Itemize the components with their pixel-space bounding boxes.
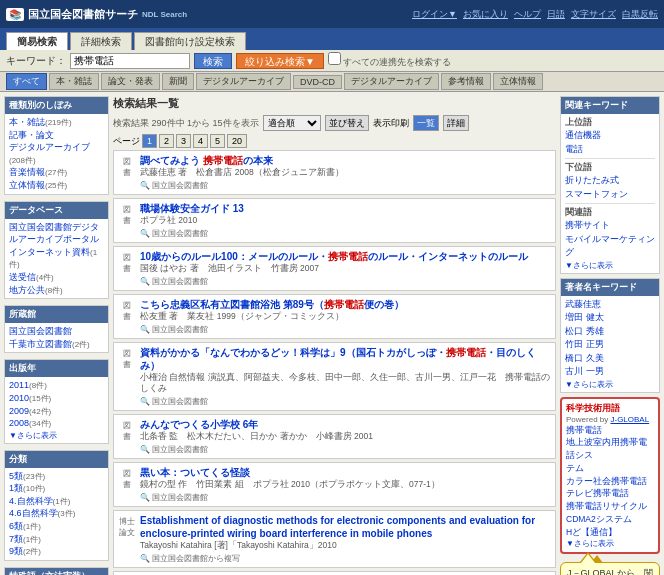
favorites-link[interactable]: お気に入り (463, 8, 508, 21)
related-link-0[interactable]: 携帯サイト (565, 219, 655, 233)
result-item: 図書 資料がかかる「なんでわかるどッ！科学は」9（国石トカがしっぽ・携帯電話・目… (113, 342, 556, 412)
page-5[interactable]: 5 (210, 134, 225, 148)
view-list-button[interactable]: 一覧 (413, 115, 439, 131)
all-sources-checkbox[interactable] (328, 52, 341, 65)
search-input[interactable] (70, 53, 190, 69)
tab-advanced-search[interactable]: 詳細検索 (70, 32, 132, 50)
superior-link-0[interactable]: 通信機器 (565, 129, 655, 143)
sci-tech-link-2[interactable]: カラー社会携帯電話 (566, 475, 654, 488)
filter-dvd[interactable]: DVD-CD (293, 75, 342, 89)
authors-more-link[interactable]: ▼さらに表示 (565, 380, 613, 389)
filter-all[interactable]: すべて (6, 73, 47, 90)
db-send[interactable]: 送受信(4件) (9, 271, 104, 284)
filter-digital[interactable]: デジタルアーカイブ (196, 73, 291, 90)
sci-tech-link-6[interactable]: Hど【通信】 (566, 526, 654, 539)
refine-search-button[interactable]: 絞り込み検索▼ (236, 53, 324, 69)
result-item: 図書 わたしの管理論 日本電気通信学会 編 福太夫 久近、高橋相恵 著 情報通信… (113, 571, 556, 575)
page-4[interactable]: 4 (193, 134, 208, 148)
contrast-link[interactable]: 白黒反転 (622, 8, 658, 21)
inferior-link-1[interactable]: スマートフォン (565, 188, 655, 202)
sci-tech-link-5[interactable]: CDMA2システム (566, 513, 654, 526)
related-more-link[interactable]: ▼さらに表示 (565, 261, 613, 270)
sci-tech-link-1[interactable]: 地上波室内用携帯電話システム (566, 436, 654, 474)
login-link[interactable]: ログイン▼ (412, 8, 457, 21)
db-ndl[interactable]: 国立国会図書館デジタルアーカイブポータルインターネット資料(1件) (9, 221, 104, 271)
font-size-link[interactable]: 文字サイズ (571, 8, 616, 21)
database-title: データベース (5, 202, 108, 219)
ndc-5[interactable]: 5類(23件) (9, 470, 104, 483)
filter-articles[interactable]: 論文・発表 (101, 73, 160, 90)
category-3d[interactable]: 立体情報(25件) (9, 179, 104, 192)
related-link-1[interactable]: モバイルマーケティング (565, 233, 655, 260)
sci-tech-more-link[interactable]: ▼さらに表示 (566, 539, 614, 548)
filter-reference[interactable]: 参考情報 (441, 73, 491, 90)
result-title-link[interactable]: 職場体験安全ガイド 13 (140, 203, 244, 214)
ndc-natural[interactable]: 4.自然科学(1件) (9, 495, 104, 508)
result-title-link[interactable]: Establishment of diagnostic methods for … (140, 515, 535, 539)
page-1[interactable]: 1 (142, 134, 157, 148)
year-2008[interactable]: 2008(34件) (9, 417, 104, 430)
result-title-link[interactable]: 10歳からのルール100：メールのルール・携帯電話のルール・インターネットのルー… (140, 251, 528, 262)
search-button[interactable]: 検索 (194, 53, 232, 69)
author-link-3[interactable]: 竹田 正男 (565, 338, 655, 352)
category-music[interactable]: 音楽情報(27件) (9, 166, 104, 179)
ndc-content: 5類(23件) 1類(10件) 4.自然科学(1件) 4.6自然科学(3件) 6… (5, 468, 108, 560)
year-2011[interactable]: 2011(8件) (9, 379, 104, 392)
sci-tech-link-0[interactable]: 携帯電話 (566, 424, 654, 437)
library-ndl[interactable]: 国立国会図書館 (9, 325, 104, 338)
tab-library-search[interactable]: 図書館向け設定検索 (134, 32, 246, 50)
sci-tech-link-3[interactable]: テレビ携帯電話 (566, 487, 654, 500)
inferior-link-0[interactable]: 折りたたみ式 (565, 174, 655, 188)
category-articles[interactable]: 記事・論文 (9, 129, 104, 142)
ndc-6[interactable]: 6類(1件) (9, 520, 104, 533)
view-detail-button[interactable]: 詳細 (443, 115, 469, 131)
author-link-1[interactable]: 増田 健太 (565, 311, 655, 325)
db-local[interactable]: 地方公共(8件) (9, 284, 104, 297)
result-title-link[interactable]: 資料がかかる「なんでわかるどッ！科学は」9（国石トカがしっぽ・携帯電話・目のしく… (140, 347, 536, 371)
author-keywords-section: 著者名キーワード 武藤佳恵 増田 健太 松口 秀雄 竹田 正男 橋口 久美 古川… (560, 278, 660, 393)
filter-archive[interactable]: デジタルアーカイブ (344, 73, 439, 90)
ndc-9[interactable]: 9類(2件) (9, 545, 104, 558)
page-20[interactable]: 20 (227, 134, 247, 148)
match-select[interactable]: 適合順 並び替え (263, 115, 321, 131)
special-section: 特殊語（文法実装） 自己通信 通信サービスホームページ 通信事業者作成資料 (4, 567, 109, 575)
result-library: 🔍 国立国会図書館 (140, 228, 551, 239)
result-item: 図書 みんなでつくる小学校 6年 北条香 監 松木木だたい、日かか 著かか 小峰… (113, 414, 556, 459)
page-2[interactable]: 2 (159, 134, 174, 148)
ndc-natural2[interactable]: 4.6自然科学(3件) (9, 507, 104, 520)
category-digital[interactable]: デジタルアーカイブ(208件) (9, 141, 104, 166)
year-2009[interactable]: 2009(42件) (9, 405, 104, 418)
year-2010[interactable]: 2010(15件) (9, 392, 104, 405)
help-link[interactable]: ヘルプ (514, 8, 541, 21)
logo-subtext: NDL Search (142, 10, 187, 19)
inferior-label: 下位語 (565, 161, 655, 174)
author-link-0[interactable]: 武藤佳恵 (565, 298, 655, 312)
sort-button[interactable]: 並び替え (325, 115, 369, 131)
result-title-link[interactable]: 黒い本：ついてくる怪談 (140, 467, 250, 478)
result-title-link[interactable]: 調べてみよう 携帯電話の本来 (140, 155, 273, 166)
filter-books[interactable]: 本・雑誌 (49, 73, 99, 90)
language-link[interactable]: 日語 (547, 8, 565, 21)
result-meta: 武藤佳恵 著 松倉書店 2008（松倉ジュニア新書） (140, 167, 551, 179)
author-link-5[interactable]: 古川 一男 (565, 365, 655, 379)
author-link-2[interactable]: 松口 秀雄 (565, 325, 655, 339)
sci-tech-link-4[interactable]: 携帯電話リサイクル (566, 500, 654, 513)
result-title-link[interactable]: こちら忠義区私有立図書館浴池 第89号（携帯電話便の巻） (140, 299, 404, 310)
year-more-link[interactable]: ▼さらに表示 (9, 431, 57, 440)
superior-link-1[interactable]: 電話 (565, 143, 655, 157)
page-3[interactable]: 3 (176, 134, 191, 148)
category-books[interactable]: 本・雑誌(219件) (9, 116, 104, 129)
j-global-link[interactable]: J-GLOBAL (610, 415, 649, 424)
tab-simple-search[interactable]: 簡易検索 (6, 32, 68, 50)
ndc-7[interactable]: 7類(1件) (9, 533, 104, 546)
result-type-icon: 図書 (118, 298, 136, 322)
pagination: ページ 1 2 3 4 5 20 (113, 134, 556, 148)
author-link-4[interactable]: 橋口 久美 (565, 352, 655, 366)
ndc-section: 分類 5類(23件) 1類(10件) 4.自然科学(1件) 4.6自然科学(3件… (4, 450, 109, 561)
category-filter-section: 種類別のしぼみ 本・雑誌(219件) 記事・論文 デジタルアーカイブ(208件)… (4, 96, 109, 195)
result-title-link[interactable]: みんなでつくる小学校 6年 (140, 419, 258, 430)
library-chiba[interactable]: 千葉市立図書館(2件) (9, 338, 104, 351)
filter-newspapers[interactable]: 新聞 (162, 73, 194, 90)
ndc-1[interactable]: 1類(10件) (9, 482, 104, 495)
filter-3d[interactable]: 立体情報 (493, 73, 543, 90)
